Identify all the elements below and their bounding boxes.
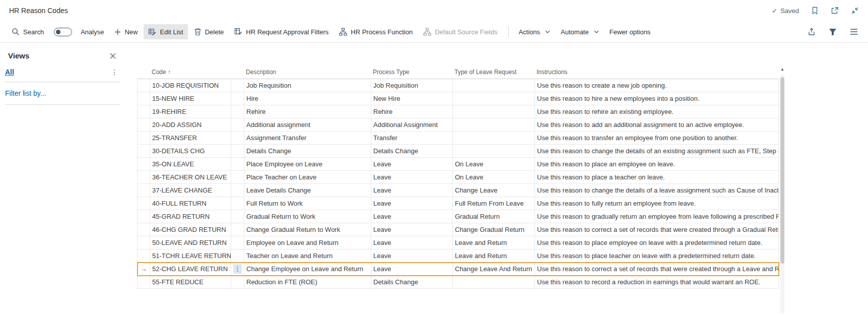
cell-description[interactable]: Assignment Transfer	[244, 132, 371, 144]
cell-code[interactable]: 55-FTE REDUCE	[150, 276, 231, 288]
table-row[interactable]: 15-NEW HIRE Hire New Hire Use this reaso…	[138, 92, 779, 105]
row-menu-cell[interactable]: ⋮	[231, 263, 244, 275]
cell-description[interactable]: Reduction in FTE (ROE)	[244, 276, 371, 288]
row-menu-cell[interactable]	[231, 236, 244, 249]
cell-instructions[interactable]: Use this reason to place teacher on leav…	[535, 249, 779, 262]
row-gutter[interactable]	[138, 236, 150, 249]
cell-process-type[interactable]: Leave	[371, 249, 453, 262]
row-gutter[interactable]	[138, 92, 150, 105]
cell-code[interactable]: 46-CHG GRAD RETURN	[150, 223, 231, 236]
row-menu-cell[interactable]	[231, 118, 244, 131]
open-in-new-window-button[interactable]	[831, 7, 839, 15]
cell-description[interactable]: Teacher on Leave and Return	[244, 249, 371, 262]
table-row[interactable]: 35-ON LEAVE Place Employee on Leave Leav…	[138, 158, 779, 171]
cell-process-type[interactable]: Leave	[371, 184, 453, 197]
cell-process-type[interactable]: Additional Assignment	[371, 118, 453, 131]
row-menu-cell[interactable]	[231, 132, 244, 144]
bookmark-button[interactable]	[811, 7, 819, 15]
cell-instructions[interactable]: Use this reason to record a reduction in…	[535, 276, 779, 288]
fewer-options-button[interactable]: Fewer options	[605, 25, 655, 39]
automate-menu-button[interactable]: Automate	[556, 25, 604, 39]
cell-leave-type[interactable]	[453, 118, 535, 131]
row-gutter[interactable]	[138, 145, 150, 157]
column-header-leave-type[interactable]: Type of Leave Request	[452, 69, 535, 76]
cell-leave-type[interactable]: Leave and Return	[453, 249, 535, 262]
row-menu-cell[interactable]	[231, 105, 244, 118]
delete-button[interactable]: Delete	[189, 24, 229, 39]
table-row[interactable]: 50-LEAVE AND RETURN Employee on Leave an…	[138, 236, 779, 249]
cell-instructions[interactable]: Use this reason to change the details of…	[535, 184, 779, 197]
row-menu-cell[interactable]	[231, 249, 244, 262]
cell-instructions[interactable]: Use this reason to change the details of…	[535, 145, 779, 157]
cell-leave-type[interactable]: On Leave	[453, 158, 535, 170]
row-gutter[interactable]	[138, 158, 150, 170]
cell-leave-type[interactable]	[453, 92, 535, 105]
cell-description[interactable]: Full Return to Work	[244, 197, 371, 210]
row-gutter[interactable]	[138, 184, 150, 197]
cell-code[interactable]: 36-TEACHER ON LEAVE	[150, 171, 231, 183]
table-row[interactable]: 10-JOB REQUISITION Job Requisition Job R…	[138, 79, 779, 92]
row-gutter[interactable]	[138, 210, 150, 223]
scrollbar-thumb[interactable]	[780, 77, 784, 264]
cell-leave-type[interactable]	[453, 105, 535, 118]
row-gutter[interactable]	[138, 118, 150, 131]
cell-leave-type[interactable]: Change Leave And Return	[453, 263, 535, 275]
row-menu-cell[interactable]	[231, 184, 244, 197]
cell-description[interactable]: Place Employee on Leave	[244, 158, 371, 170]
table-row[interactable]: 37-LEAVE CHANGE Leave Details Change Lea…	[138, 184, 779, 197]
row-menu-cell[interactable]	[231, 145, 244, 157]
cell-instructions[interactable]: Use this reason to add an additional ass…	[535, 118, 779, 131]
cell-instructions[interactable]: Use this reason to correct a set of reco…	[535, 263, 779, 275]
cell-process-type[interactable]: Leave	[371, 171, 453, 183]
cell-process-type[interactable]: Leave	[371, 223, 453, 236]
column-header-process-type[interactable]: Process Type	[371, 69, 452, 76]
row-menu-cell[interactable]	[231, 197, 244, 210]
cell-description[interactable]: Employee on Leave and Return	[244, 236, 371, 249]
cell-instructions[interactable]: Use this reason to place a teacher on le…	[535, 171, 779, 183]
cell-code[interactable]: 30-DETAILS CHG	[150, 145, 231, 157]
cell-process-type[interactable]: Leave	[371, 236, 453, 249]
row-gutter[interactable]	[138, 79, 150, 92]
cell-instructions[interactable]: Use this reason to transfer an employee …	[535, 132, 779, 144]
cell-leave-type[interactable]: Leave and Return	[453, 236, 535, 249]
row-menu-cell[interactable]	[231, 158, 244, 170]
cell-code[interactable]: 35-ON LEAVE	[150, 158, 231, 170]
analyse-toggle[interactable]	[54, 28, 72, 36]
cell-description[interactable]: Leave Details Change	[244, 184, 371, 197]
cell-description[interactable]: Place Teacher on Leave	[244, 171, 371, 183]
cell-leave-type[interactable]: Full Return From Leave	[453, 197, 535, 210]
row-menu-cell[interactable]	[231, 223, 244, 236]
cell-leave-type[interactable]: On Leave	[453, 171, 535, 183]
cell-description[interactable]: Details Change	[244, 145, 371, 157]
cell-code[interactable]: 10-JOB REQUISITION	[150, 79, 231, 92]
table-row[interactable]: → 52-CHG LEAVE RETURN ⋮ Change Employee …	[138, 263, 779, 276]
cell-instructions[interactable]: Use this reason to place employee on lea…	[535, 236, 779, 249]
row-gutter[interactable]: →	[138, 263, 150, 275]
filter-list-by-link[interactable]: Filter list by...	[5, 89, 46, 97]
column-header-instructions[interactable]: Instructions	[535, 69, 778, 76]
new-button[interactable]: New	[110, 25, 142, 39]
share-button[interactable]	[808, 28, 816, 36]
minimize-page-button[interactable]	[851, 7, 859, 15]
cell-instructions[interactable]: Use this reason to hire a new employees …	[535, 92, 779, 105]
cell-description[interactable]: Gradual Return to Work	[244, 210, 371, 223]
row-menu-cell[interactable]	[231, 210, 244, 223]
cell-code[interactable]: 50-LEAVE AND RETURN	[150, 236, 231, 249]
cell-process-type[interactable]: Details Change	[371, 276, 453, 288]
close-views-button[interactable]	[110, 53, 116, 59]
cell-description[interactable]: Job Requisition	[244, 79, 371, 92]
search-button[interactable]: Search	[7, 24, 48, 39]
scroll-up-arrow-icon[interactable]: ▲	[779, 66, 785, 73]
row-gutter[interactable]	[138, 197, 150, 210]
hr-request-approval-filters-button[interactable]: HR Request Approval Filters	[230, 24, 333, 39]
row-gutter[interactable]	[138, 171, 150, 183]
cell-description[interactable]: Change Gradual Return to Work	[244, 223, 371, 236]
view-options-icon[interactable]: ⋮	[111, 68, 118, 76]
cell-description[interactable]: Rehire	[244, 105, 371, 118]
cell-process-type[interactable]: Leave	[371, 197, 453, 210]
cell-instructions[interactable]: Use this reason to place an employee on …	[535, 158, 779, 170]
cell-leave-type[interactable]: Change Leave	[453, 184, 535, 197]
cell-instructions[interactable]: Use this reason to gradually return an e…	[535, 210, 779, 223]
cell-instructions[interactable]: Use this reason to correct a set of reco…	[535, 223, 779, 236]
view-all-link[interactable]: All	[5, 68, 14, 76]
